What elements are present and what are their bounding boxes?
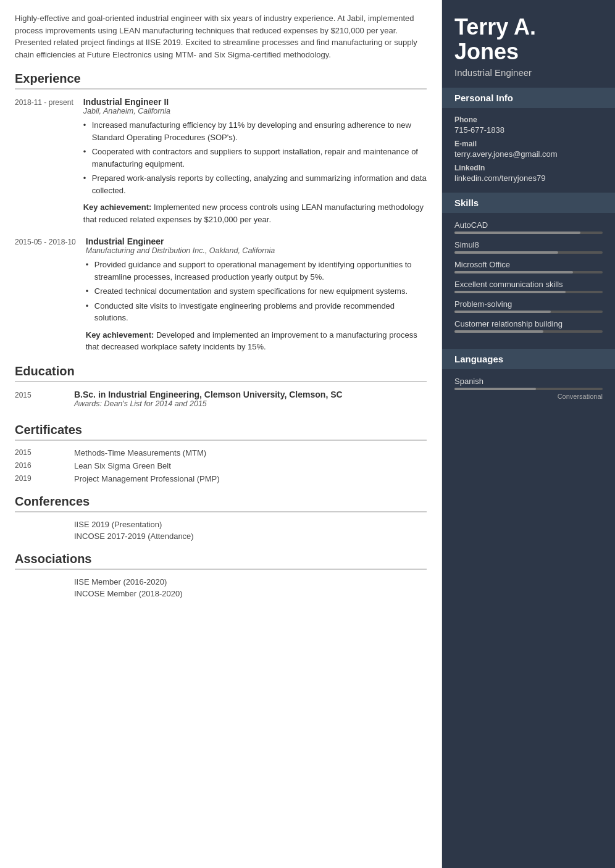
- right-column: Terry A. Jones Industrial Engineer Perso…: [442, 0, 615, 868]
- cert-label-3: Project Management Professional (PMP): [74, 474, 220, 483]
- experience-date-2: 2015-05 - 2018-10: [15, 236, 76, 353]
- personal-info-title: Personal Info: [442, 88, 615, 108]
- languages-body: Spanish Conversational: [442, 377, 615, 414]
- email-label: E-mail: [454, 140, 603, 148]
- personal-info-section: Personal Info Phone 715-677-1838 E-mail …: [442, 88, 615, 193]
- right-header: Terry A. Jones Industrial Engineer: [442, 0, 615, 88]
- assoc-entry-1: IISE Member (2016-2020): [15, 577, 427, 586]
- experience-subtitle-2: Manufacturing and Distribution Inc., Oak…: [86, 246, 427, 255]
- skill-msoffice: Microsoft Office: [454, 260, 603, 273]
- linkedin-value: linkedin.com/terryjones79: [454, 173, 603, 183]
- cert-label-2: Lean Six Sigma Green Belt: [74, 461, 171, 470]
- lang-bar-fill-spanish: [454, 388, 536, 390]
- lang-level-spanish: Conversational: [454, 393, 603, 400]
- bullet-item: Cooperated with contractors and supplier…: [83, 146, 427, 170]
- experience-date-1: 2018-11 - present: [15, 97, 73, 225]
- lang-bar-bg-spanish: [454, 388, 603, 390]
- cert-entry-2: 2016 Lean Six Sigma Green Belt: [15, 461, 427, 470]
- bullet-item: Provided guidance and support to operati…: [86, 259, 427, 283]
- experience-entry-1: 2018-11 - present Industrial Engineer II…: [15, 97, 427, 225]
- skill-name-msoffice: Microsoft Office: [454, 260, 603, 269]
- skill-bar-fill-problem-solving: [454, 311, 551, 313]
- associations-section: Associations IISE Member (2016-2020) INC…: [15, 552, 427, 598]
- left-column: Highly-effective and goal-oriented indus…: [0, 0, 442, 868]
- key-achievement-1: Key achievement: Implemented new process…: [83, 201, 427, 225]
- skill-bar-bg-autocad: [454, 232, 603, 234]
- skill-bar-fill-crm: [454, 330, 543, 333]
- personal-info-body: Phone 715-677-1838 E-mail terry.avery.jo…: [442, 115, 615, 193]
- skill-communication: Excellent communication skills: [454, 280, 603, 293]
- skill-problem-solving: Problem-solving: [454, 299, 603, 313]
- certificates-title: Certificates: [15, 423, 427, 441]
- education-title: Education: [15, 364, 427, 382]
- bullet-item: Prepared work-analysis reports by collec…: [83, 172, 427, 196]
- languages-title: Languages: [442, 349, 615, 369]
- skill-bar-bg-simul8: [454, 251, 603, 254]
- candidate-name: Terry A. Jones: [454, 15, 603, 64]
- lang-name-spanish: Spanish: [454, 377, 603, 386]
- phone-label: Phone: [454, 115, 603, 124]
- summary-text: Highly-effective and goal-oriented indus…: [15, 12, 427, 61]
- education-date-1: 2015: [15, 390, 64, 412]
- cert-date-2: 2016: [15, 461, 64, 470]
- conferences-section: Conferences IISE 2019 (Presentation) INC…: [15, 495, 427, 541]
- education-section: Education 2015 B.Sc. in Industrial Engin…: [15, 364, 427, 412]
- skill-name-problem-solving: Problem-solving: [454, 299, 603, 309]
- skill-simul8: Simul8: [454, 240, 603, 254]
- education-entry-1: 2015 B.Sc. in Industrial Engineering, Cl…: [15, 390, 427, 412]
- skill-name-autocad: AutoCAD: [454, 220, 603, 230]
- skill-name-simul8: Simul8: [454, 240, 603, 249]
- experience-entry-2: 2015-05 - 2018-10 Industrial Engineer Ma…: [15, 236, 427, 353]
- cert-entry-3: 2019 Project Management Professional (PM…: [15, 474, 427, 483]
- skill-bar-bg-problem-solving: [454, 311, 603, 313]
- associations-title: Associations: [15, 552, 427, 570]
- education-awards-1: Awards: Dean's List for 2014 and 2015: [74, 399, 427, 408]
- skills-title: Skills: [442, 193, 615, 213]
- experience-bullets-2: Provided guidance and support to operati…: [86, 259, 427, 324]
- language-spanish: Spanish Conversational: [454, 377, 603, 400]
- experience-content-2: Industrial Engineer Manufacturing and Di…: [86, 236, 427, 353]
- bullet-item: Increased manufacturing efficiency by 11…: [83, 119, 427, 143]
- skill-bar-fill-autocad: [454, 232, 580, 234]
- languages-section: Languages Spanish Conversational: [442, 349, 615, 414]
- assoc-entry-2: INCOSE Member (2018-2020): [15, 589, 427, 598]
- experience-bullets-1: Increased manufacturing efficiency by 11…: [83, 119, 427, 196]
- skill-crm: Customer relationship building: [454, 319, 603, 333]
- education-content-1: B.Sc. in Industrial Engineering, Clemson…: [74, 390, 427, 412]
- education-degree-1: B.Sc. in Industrial Engineering, Clemson…: [74, 390, 427, 399]
- cert-label-1: Methods-Time Measurements (MTM): [74, 448, 206, 457]
- skills-body: AutoCAD Simul8 Microsoft Office: [442, 220, 615, 349]
- skill-name-crm: Customer relationship building: [454, 319, 603, 328]
- skill-bar-bg-communication: [454, 291, 603, 293]
- skill-bar-fill-simul8: [454, 251, 558, 254]
- skill-bar-bg-crm: [454, 330, 603, 333]
- skill-bar-bg-msoffice: [454, 271, 603, 273]
- cert-date-3: 2019: [15, 474, 64, 483]
- skill-bar-fill-communication: [454, 291, 566, 293]
- skill-name-communication: Excellent communication skills: [454, 280, 603, 289]
- email-value: terry.avery.jones@gmail.com: [454, 149, 603, 159]
- skills-section: Skills AutoCAD Simul8 Microsoft Office: [442, 193, 615, 349]
- certificates-section: Certificates 2015 Methods-Time Measureme…: [15, 423, 427, 483]
- conferences-title: Conferences: [15, 495, 427, 512]
- experience-section: Experience 2018-11 - present Industrial …: [15, 72, 427, 353]
- experience-subtitle-1: Jabil, Anaheim, California: [83, 107, 427, 115]
- key-achievement-2: Key achievement: Developed and implement…: [86, 329, 427, 353]
- phone-value: 715-677-1838: [454, 125, 603, 135]
- conf-entry-2: INCOSE 2017-2019 (Attendance): [15, 532, 427, 541]
- experience-content-1: Industrial Engineer II Jabil, Anaheim, C…: [83, 97, 427, 225]
- experience-job-title-2: Industrial Engineer: [86, 236, 427, 246]
- conf-entry-1: IISE 2019 (Presentation): [15, 520, 427, 529]
- experience-job-title-1: Industrial Engineer II: [83, 97, 427, 107]
- skill-autocad: AutoCAD: [454, 220, 603, 234]
- cert-entry-1: 2015 Methods-Time Measurements (MTM): [15, 448, 427, 457]
- candidate-title: Industrial Engineer: [454, 67, 603, 78]
- bullet-item: Conducted site visits to investigate eng…: [86, 300, 427, 324]
- cert-date-1: 2015: [15, 448, 64, 457]
- skill-bar-fill-msoffice: [454, 271, 573, 273]
- experience-title: Experience: [15, 72, 427, 90]
- linkedin-label: LinkedIn: [454, 164, 603, 172]
- bullet-item: Created technical documentation and syst…: [86, 285, 427, 298]
